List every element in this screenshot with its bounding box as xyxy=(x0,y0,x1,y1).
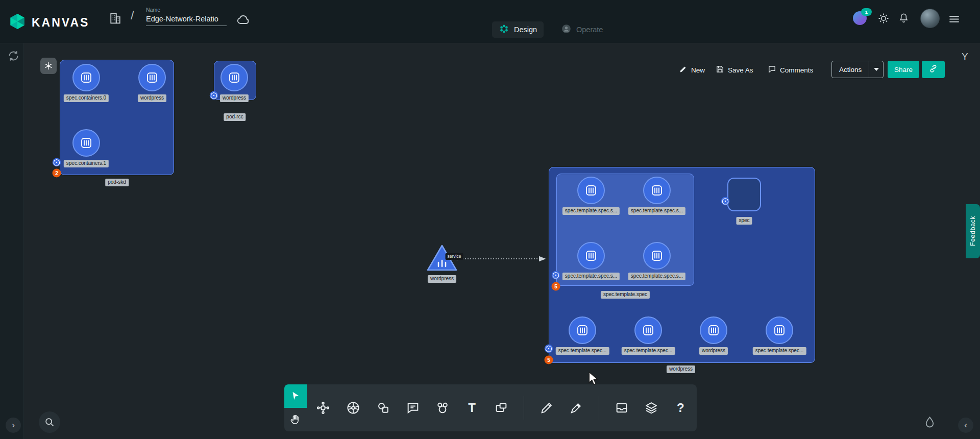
node-spec.template.spec.s...[interactable] xyxy=(577,177,605,204)
node-spec.template.spec.s...[interactable] xyxy=(643,242,671,270)
node-spec.template.spec...[interactable] xyxy=(569,316,596,344)
zoom-button[interactable] xyxy=(39,411,60,433)
node-label: spec.containers.1 xyxy=(64,160,109,167)
workspace-icon[interactable] xyxy=(108,11,122,28)
link-icon xyxy=(928,64,938,75)
pen-tool-icon[interactable] xyxy=(569,400,583,416)
components-tool-icon[interactable] xyxy=(316,400,330,416)
breadcrumb-separator: / xyxy=(131,8,134,22)
node-label: wordpress xyxy=(428,275,456,283)
collapsed-count-badge[interactable]: 5 xyxy=(552,282,560,291)
tab-design-label: Design xyxy=(514,26,537,34)
kubernetes-badge-icon[interactable] xyxy=(209,91,218,100)
user-avatar[interactable] xyxy=(920,9,940,28)
node-label: spec xyxy=(736,217,752,225)
node-spec.template.spec...[interactable] xyxy=(634,316,662,344)
comment-tool-icon[interactable] xyxy=(406,400,420,416)
history-sync-icon[interactable] xyxy=(7,49,20,63)
kubernetes-badge-icon[interactable] xyxy=(721,197,730,206)
kanvas-logo-icon xyxy=(8,12,27,33)
share-button-label: Share xyxy=(894,66,913,74)
node-wordpress[interactable] xyxy=(138,64,166,91)
cloud-profile-icon[interactable]: 1 xyxy=(853,11,867,25)
node-label: spec.template.spec... xyxy=(556,347,609,355)
operate-mode-icon xyxy=(561,23,572,36)
kubernetes-tool-icon[interactable] xyxy=(346,400,361,416)
edge-label: service xyxy=(446,253,463,260)
node-label: spec.template.spec.s... xyxy=(562,207,620,215)
toolbar-main: T xyxy=(307,384,697,431)
node-spec.template.spec.s...[interactable] xyxy=(643,177,671,204)
tab-operate[interactable]: Operate xyxy=(554,21,609,38)
node-spec[interactable] xyxy=(727,178,761,211)
group-label: spec.template.spec xyxy=(601,291,650,299)
node-label: spec.template.spec... xyxy=(753,347,806,355)
help-tool-icon[interactable]: ? xyxy=(674,400,688,416)
actions-caret-button[interactable] xyxy=(869,61,883,78)
select-tool-button[interactable] xyxy=(284,384,307,408)
group-label: pod-skd xyxy=(105,179,129,186)
group-label: wordpress xyxy=(667,365,695,373)
left-rail xyxy=(0,43,24,439)
collapsed-count-badge[interactable]: 2 xyxy=(53,169,61,178)
new-pencil-icon xyxy=(679,65,688,75)
actions-dropdown-button[interactable]: Actions xyxy=(831,61,884,78)
collapse-right-panel-button[interactable]: ‹ xyxy=(958,418,973,433)
layers-tool-icon[interactable] xyxy=(644,400,658,416)
collapsed-count-badge[interactable]: 5 xyxy=(545,356,553,364)
shapes-tool-icon[interactable] xyxy=(376,400,390,416)
node-label: spec.template.spec.s... xyxy=(628,273,685,280)
design-mode-icon xyxy=(499,23,509,36)
container-tool-icon[interactable] xyxy=(494,400,508,416)
cloud-sync-icon[interactable] xyxy=(236,12,251,30)
text-tool-glyph: T xyxy=(468,402,476,414)
drawer-tool-icon[interactable] xyxy=(615,400,629,416)
notifications-bell-icon[interactable] xyxy=(898,12,910,24)
avatar-image xyxy=(920,9,940,28)
toolbar-divider xyxy=(599,396,599,420)
design-name-input[interactable]: Edge-Network-Relatio xyxy=(146,15,227,26)
app-header: KANVAS / Name Edge-Network-Relatio xyxy=(0,0,980,43)
hamburger-menu-icon[interactable] xyxy=(948,13,961,26)
node-spec.template.spec...[interactable] xyxy=(766,316,793,344)
tab-operate-label: Operate xyxy=(576,26,603,34)
toolbar-divider xyxy=(524,396,524,420)
node-spec.template.spec.s...[interactable] xyxy=(577,242,605,270)
kanvas-app: KANVAS / Name Edge-Network-Relatio xyxy=(0,0,980,439)
expand-left-panel-button[interactable]: › xyxy=(6,418,21,433)
pan-tool-button[interactable] xyxy=(284,408,307,431)
kubernetes-badge-icon[interactable] xyxy=(52,158,61,167)
comment-icon xyxy=(768,65,776,75)
kubernetes-badge-icon[interactable] xyxy=(551,271,560,280)
pencil-tool-icon[interactable] xyxy=(540,400,554,416)
hierarchy-toggle[interactable]: Y xyxy=(962,51,968,62)
node-wordpress[interactable] xyxy=(700,316,727,344)
ink-drop-icon[interactable] xyxy=(923,416,937,429)
logo-text: KANVAS xyxy=(32,16,89,30)
kanvas-logo[interactable]: KANVAS xyxy=(8,12,89,33)
kubernetes-badge-icon[interactable] xyxy=(544,344,553,353)
node-label: wordpress xyxy=(138,94,166,102)
feedback-tab[interactable]: Feedback xyxy=(966,204,980,258)
design-name-label: Name xyxy=(146,7,160,13)
sticker-tool-icon[interactable] xyxy=(435,400,450,416)
freeze-indicator-icon[interactable] xyxy=(40,58,57,74)
actions-button-label: Actions xyxy=(832,61,869,78)
canvas-toolbar: T xyxy=(284,384,697,431)
notification-count-badge: 1 xyxy=(861,8,872,16)
node-spec.containers.0[interactable] xyxy=(72,64,100,91)
comments-button[interactable]: Comments xyxy=(768,62,813,78)
settings-gear-icon[interactable] xyxy=(877,12,890,25)
new-button[interactable]: New xyxy=(679,62,705,78)
save-icon xyxy=(716,65,724,75)
node-wordpress[interactable] xyxy=(220,64,248,91)
save-as-button[interactable]: Save As xyxy=(716,62,753,78)
copy-link-button[interactable] xyxy=(922,61,945,78)
tab-design[interactable]: Design xyxy=(492,21,544,38)
share-button[interactable]: Share xyxy=(888,61,919,78)
chevron-down-icon xyxy=(874,68,879,71)
group-label: pod-rcc xyxy=(224,113,246,121)
node-label: spec.template.spec... xyxy=(622,347,675,355)
node-spec.containers.1[interactable] xyxy=(72,129,100,157)
text-tool-icon[interactable]: T xyxy=(465,400,479,416)
